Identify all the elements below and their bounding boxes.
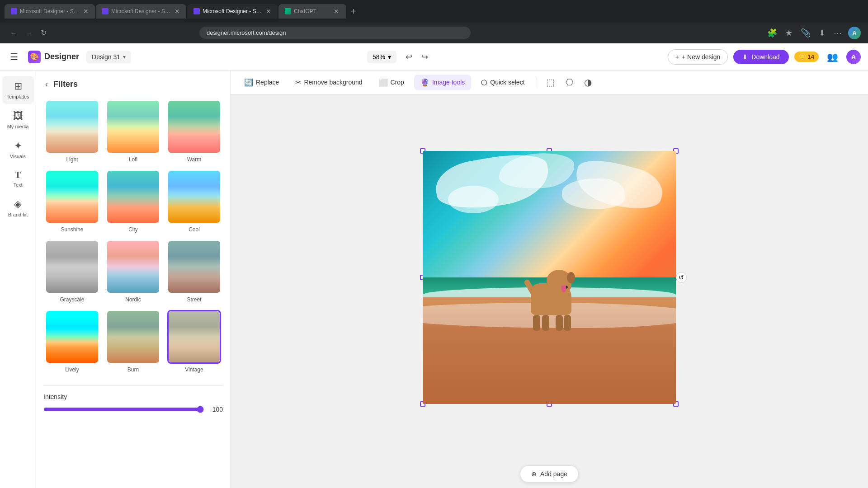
tab-4[interactable]: ChatGPT ✕	[278, 4, 346, 19]
zoom-level: 58%	[373, 53, 385, 61]
canvas-area: ↺	[231, 94, 868, 488]
filter-nordic[interactable]: Nordic	[104, 238, 162, 305]
filter-sunshine-thumb	[45, 170, 99, 224]
forward-nav-button[interactable]: →	[23, 27, 35, 39]
tab-1[interactable]: Microsoft Designer - Stunning... ✕	[5, 4, 95, 19]
back-nav-button[interactable]: ←	[7, 27, 20, 39]
add-page-icon: ⊕	[531, 470, 537, 478]
tab-3-label: Microsoft Designer - Stunning...	[203, 8, 263, 14]
brand-icon: ◈	[14, 198, 22, 210]
quick-select-button[interactable]: ⬡ Quick select	[475, 75, 531, 90]
slider-row: 100	[43, 406, 223, 413]
rotate-handle[interactable]: ↺	[676, 272, 687, 283]
image-tools-button[interactable]: 🔮 Image tools	[414, 75, 471, 90]
browser-chrome: Microsoft Designer - Stunning... ✕ Micro…	[0, 0, 868, 23]
download-label: Download	[751, 53, 779, 61]
filter-vintage-label: Vintage	[185, 366, 203, 373]
replace-label: Replace	[256, 79, 279, 86]
undo-redo-controls: ↩ ↪	[402, 49, 432, 65]
filter-street[interactable]: Street	[165, 238, 223, 305]
download-icon: ⬇	[742, 53, 748, 61]
filter-light[interactable]: Light	[43, 98, 101, 164]
sidebar-item-media[interactable]: 🖼 My media	[2, 106, 34, 134]
filters-panel: ‹ Filters Light	[36, 70, 231, 488]
coin-icon: 🪙	[799, 53, 806, 60]
tab-3[interactable]: Microsoft Designer - Stunning... ✕	[187, 4, 278, 19]
dog-leg4	[564, 315, 571, 331]
tab-bar: Microsoft Designer - Stunning... ✕ Micro…	[5, 4, 863, 19]
filter-grayscale[interactable]: Grayscale	[43, 238, 101, 305]
reload-button[interactable]: ↻	[38, 27, 49, 39]
filter-burn-label: Burn	[127, 366, 139, 373]
user-avatar[interactable]: A	[846, 50, 861, 64]
filter-lofi[interactable]: Lofi	[104, 98, 162, 164]
undo-button[interactable]: ↩	[402, 49, 416, 65]
toolbar-icon-btn-3[interactable]: ◑	[580, 74, 595, 90]
add-page-button[interactable]: ⊕ Add page	[520, 465, 579, 483]
hamburger-menu-button[interactable]: ☰	[7, 50, 21, 64]
tab-4-close[interactable]: ✕	[333, 8, 340, 15]
templates-label: Templates	[6, 94, 29, 99]
zoom-control[interactable]: 58% ▾	[367, 51, 396, 63]
tab-2-close[interactable]: ✕	[174, 8, 180, 15]
filter-vintage[interactable]: Vintage	[165, 308, 223, 375]
tab-3-close[interactable]: ✕	[265, 8, 271, 15]
design-name-chevron-icon: ▾	[123, 54, 126, 60]
replace-button[interactable]: 🔄 Replace	[238, 75, 285, 90]
intensity-section: Intensity 100	[43, 385, 223, 413]
share-button[interactable]: 👥	[824, 50, 841, 64]
sidebar-item-templates[interactable]: ⊞ Templates	[2, 76, 34, 104]
browser-avatar[interactable]: A	[848, 27, 861, 39]
filter-sunshine[interactable]: Sunshine	[43, 168, 101, 235]
designer-logo[interactable]: 🎨 Designer	[28, 51, 79, 63]
filter-lofi-label: Lofi	[129, 156, 137, 163]
tab-favicon	[11, 8, 17, 14]
browser-menu-button[interactable]: ⋯	[832, 26, 844, 40]
replace-icon: 🔄	[244, 78, 253, 87]
sidebar-item-text[interactable]: T Text	[2, 165, 34, 192]
download-button[interactable]: ⬇ Download	[733, 50, 788, 64]
filter-cool[interactable]: Cool	[165, 168, 223, 235]
intensity-slider[interactable]	[43, 406, 204, 413]
filter-lively-thumb	[45, 310, 99, 364]
sidebar-item-brand[interactable]: ◈ Brand kit	[2, 194, 34, 222]
filter-warm[interactable]: Warm	[165, 98, 223, 164]
toolbar-icon-btn-1[interactable]: ⬚	[542, 74, 558, 90]
filters-back-button[interactable]: ‹	[43, 78, 50, 91]
tab-1-close[interactable]: ✕	[83, 8, 89, 15]
filter-city[interactable]: City	[104, 168, 162, 235]
new-design-button[interactable]: + + New design	[668, 49, 728, 65]
toolbar-icon-btn-2[interactable]: ⎔	[562, 74, 577, 90]
address-bar-row: ← → ↻ 🧩 ★ 📎 ⬇ ⋯ A	[0, 23, 868, 43]
design-name-control[interactable]: Design 31 ▾	[86, 51, 131, 63]
collections-button[interactable]: 📎	[799, 26, 812, 40]
favorites-button[interactable]: ★	[783, 26, 794, 40]
filter-street-label: Street	[187, 296, 201, 303]
filter-cool-thumb	[167, 170, 221, 224]
visuals-icon: ✦	[14, 140, 22, 152]
dog-leg2	[542, 315, 549, 331]
filter-grayscale-thumb	[45, 240, 99, 294]
new-tab-button[interactable]: +	[347, 5, 360, 19]
redo-button[interactable]: ↪	[418, 49, 432, 65]
extensions-button[interactable]: 🧩	[765, 26, 779, 40]
filter-nordic-thumb	[106, 240, 160, 294]
filters-title: Filters	[53, 80, 78, 89]
downloads-button[interactable]: ⬇	[817, 26, 827, 40]
main-content: ⊞ Templates 🖼 My media ✦ Visuals T Text …	[0, 70, 868, 488]
filter-warm-thumb	[167, 100, 221, 154]
address-input[interactable]	[199, 27, 471, 39]
nav-controls: ← → ↻	[7, 27, 49, 39]
dog-figure	[524, 252, 578, 333]
filter-vintage-thumb	[167, 310, 221, 364]
media-icon: 🖼	[13, 110, 23, 122]
crop-button[interactable]: ⬜ Crop	[373, 75, 410, 90]
toolbar-divider	[537, 77, 537, 88]
sidebar: ⊞ Templates 🖼 My media ✦ Visuals T Text …	[0, 70, 36, 488]
filter-burn[interactable]: Burn	[104, 308, 162, 375]
tab-2[interactable]: Microsoft Designer - Stunning... ✕	[96, 4, 186, 19]
filter-lively[interactable]: Lively	[43, 308, 101, 375]
sidebar-item-visuals[interactable]: ✦ Visuals	[2, 136, 34, 164]
remove-bg-button[interactable]: ✂ Remove background	[289, 75, 368, 90]
tab-2-label: Microsoft Designer - Stunning...	[111, 8, 171, 14]
